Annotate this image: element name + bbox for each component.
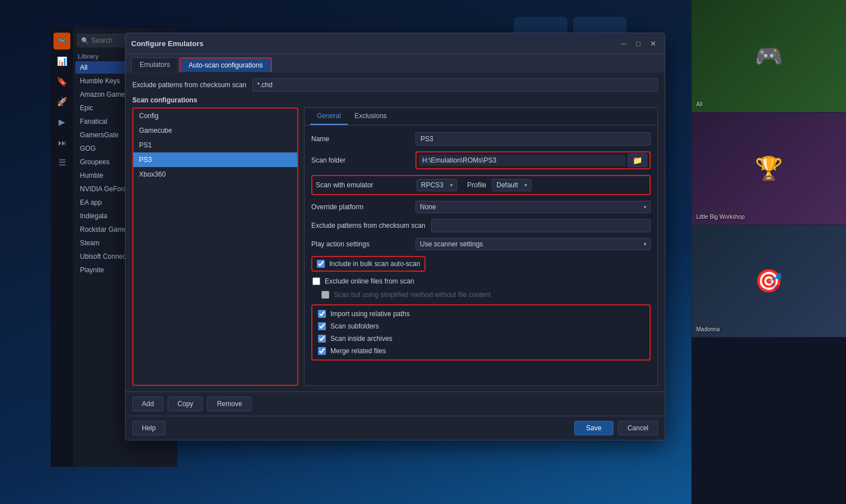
thumbnail-3: 🎯 Madonna — [692, 225, 846, 338]
exclude-patterns-input[interactable] — [252, 78, 658, 92]
emulator-select-wrapper: RPCS3 ▼ — [417, 179, 457, 191]
detail-exclude-patterns-row: Exclude patterns from checksum scan — [311, 219, 651, 232]
scan-folder-label: Scan folder — [311, 156, 410, 164]
emulator-row: Scan with emulator RPCS3 ▼ Profile Defau… — [311, 175, 651, 195]
detail-exclude-patterns-label: Exclude patterns from checksum scan — [311, 222, 426, 230]
thumbnail-2: 🏆 Little Big Workshop — [692, 112, 846, 225]
modal-dialog: Configure Emulators ─ □ ✕ Emulators Auto… — [125, 33, 665, 440]
exclude-online-row: Exclude online files from scan — [312, 277, 651, 285]
include-bulk-checkbox[interactable] — [317, 260, 325, 268]
scan-emulator-label: Scan with emulator — [316, 181, 411, 189]
exclude-online-label: Exclude online files from scan — [325, 277, 414, 285]
modal-titlebar: Configure Emulators ─ □ ✕ — [126, 33, 665, 54]
scan-subfolders-label: Scan subfolders — [330, 322, 379, 330]
scan-archives-checkbox[interactable] — [318, 335, 326, 343]
detail-content: Name Scan folder 📁 Scan with emulator — [305, 125, 657, 385]
detail-exclude-patterns-input[interactable] — [431, 219, 651, 232]
footer-left: Help — [132, 421, 165, 435]
merge-related-label: Merge related files — [330, 347, 386, 355]
play-action-row: Play action settings Use scanner setting… — [311, 238, 651, 250]
play-action-select-wrapper: Use scanner settings ▼ — [415, 238, 651, 250]
config-item-gamecube[interactable]: Gamecube — [133, 123, 297, 138]
close-button[interactable]: ✕ — [647, 37, 659, 50]
game-thumbnails-panel: 🎮 All 🏆 Little Big Workshop 🎯 Madonna — [691, 0, 846, 504]
import-relative-row: Import using relative paths — [318, 310, 644, 318]
config-detail-panel: General Exclusions Name Scan folder — [304, 107, 658, 386]
name-label: Name — [311, 135, 410, 143]
scan-simplified-checkbox[interactable] — [321, 291, 329, 299]
override-platform-row: Override platform None ▼ — [311, 201, 651, 213]
footer-right: Save Cancel — [574, 421, 658, 435]
chart-icon[interactable]: 📊 — [53, 53, 70, 70]
play-action-label: Play action settings — [311, 240, 410, 248]
remove-button[interactable]: Remove — [207, 397, 252, 411]
play-icon[interactable]: ▶ — [53, 114, 70, 130]
scan-configs-area: Config Gamecube PS1 PS3 Xbox360 General … — [132, 107, 658, 386]
exclude-patterns-label: Exclude patterns from checksum scan — [132, 81, 247, 89]
maximize-button[interactable]: □ — [632, 37, 644, 50]
override-platform-label: Override platform — [311, 203, 410, 211]
config-item-ps1[interactable]: PS1 — [133, 138, 297, 152]
name-input[interactable] — [415, 132, 651, 146]
thumbnail-1: 🎮 All — [692, 0, 846, 112]
override-platform-select[interactable]: None — [415, 201, 651, 213]
import-relative-label: Import using relative paths — [330, 310, 410, 318]
merge-related-row: Merge related files — [318, 347, 644, 355]
list-icon[interactable]: ☰ — [53, 154, 70, 171]
icon-strip: 🎮 📊 🔖 🚀 ▶ ⏭ ☰ — [51, 28, 73, 467]
profile-label: Profile — [467, 181, 486, 189]
modal-body: Exclude patterns from checksum scan Scan… — [126, 73, 665, 392]
copy-button[interactable]: Copy — [168, 397, 203, 411]
play-action-select[interactable]: Use scanner settings — [415, 238, 651, 250]
emulator-select[interactable]: RPCS3 — [417, 179, 457, 191]
detail-tab-exclusions[interactable]: Exclusions — [348, 108, 393, 125]
options-group-box: Import using relative paths Scan subfold… — [311, 304, 651, 361]
merge-related-checkbox[interactable] — [318, 347, 326, 355]
detail-tab-general[interactable]: General — [310, 108, 348, 125]
config-item-config[interactable]: Config — [133, 109, 297, 123]
override-platform-select-wrapper: None ▼ — [415, 201, 651, 213]
scan-subfolders-row: Scan subfolders — [318, 322, 644, 330]
search-icon: 🔍 — [81, 37, 89, 44]
scan-subfolders-checkbox[interactable] — [318, 322, 326, 330]
name-row: Name — [311, 132, 651, 146]
browse-folder-button[interactable]: 📁 — [628, 154, 647, 167]
tab-bar: Emulators Auto-scan configurations — [126, 54, 665, 73]
tab-auto-scan[interactable]: Auto-scan configurations — [180, 57, 272, 73]
cancel-button[interactable]: Cancel — [618, 421, 658, 435]
action-buttons-row: Add Copy Remove — [126, 392, 665, 416]
modal-footer: Help Save Cancel — [126, 416, 665, 440]
scan-folder-row: Scan folder 📁 — [311, 151, 651, 169]
config-item-ps3[interactable]: PS3 — [133, 152, 297, 167]
config-item-xbox360[interactable]: Xbox360 — [133, 167, 297, 182]
save-button[interactable]: Save — [574, 421, 613, 435]
exclude-online-checkbox[interactable] — [312, 277, 320, 285]
detail-tabs: General Exclusions — [305, 108, 657, 125]
profile-select-wrapper: Default ▼ — [492, 179, 531, 191]
titlebar-controls: ─ □ ✕ — [617, 37, 659, 50]
scan-configs-label: Scan configurations — [132, 96, 658, 104]
scan-simplified-row: Scan but using simplified method without… — [321, 291, 651, 299]
configs-list-container: Config Gamecube PS1 PS3 Xbox360 — [132, 107, 298, 386]
scan-folder-input-group: 📁 — [415, 151, 651, 169]
modal-title: Configure Emulators — [131, 39, 204, 48]
exclude-patterns-row: Exclude patterns from checksum scan — [132, 78, 658, 92]
minimize-button[interactable]: ─ — [617, 37, 630, 50]
include-bulk-row: Include in bulk scan auto-scan — [311, 256, 426, 272]
scan-folder-input[interactable] — [419, 155, 625, 166]
tab-emulators[interactable]: Emulators — [131, 57, 178, 73]
help-button[interactable]: Help — [132, 421, 165, 435]
profile-select[interactable]: Default — [492, 179, 531, 191]
gamepad-icon[interactable]: 🎮 — [53, 33, 70, 50]
add-button[interactable]: Add — [132, 397, 163, 411]
scan-archives-label: Scan inside archives — [330, 335, 392, 343]
scan-archives-row: Scan inside archives — [318, 335, 644, 343]
rocket-icon[interactable]: 🚀 — [53, 93, 70, 110]
scan-simplified-label: Scan but using simplified method without… — [334, 291, 491, 299]
bookmark-icon[interactable]: 🔖 — [53, 73, 70, 90]
import-relative-checkbox[interactable] — [318, 310, 326, 318]
music-icon[interactable]: ⏭ — [53, 134, 70, 151]
include-bulk-label: Include in bulk scan auto-scan — [329, 260, 420, 268]
